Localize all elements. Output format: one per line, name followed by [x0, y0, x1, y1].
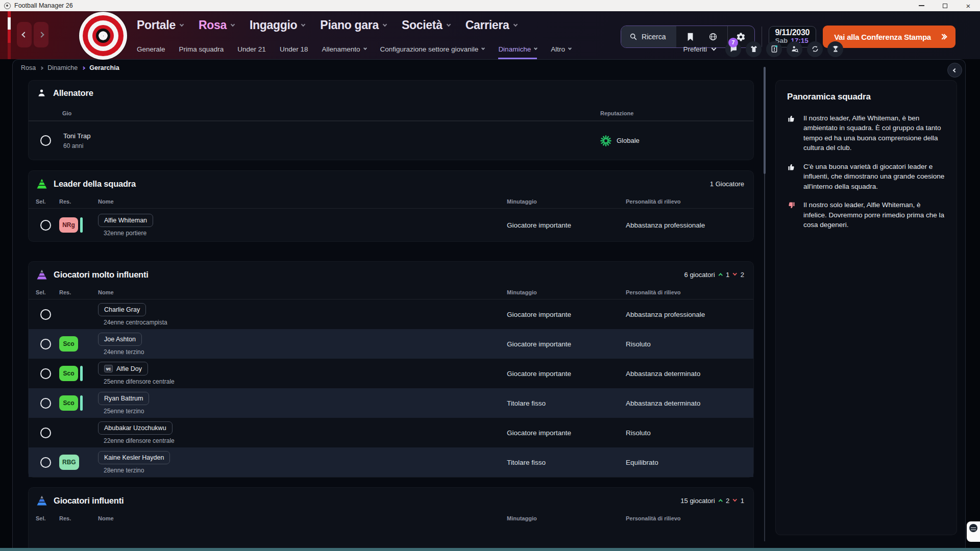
app-icon	[4, 3, 11, 9]
promoted-count: 1	[726, 271, 729, 279]
chevron-down-icon	[383, 22, 387, 27]
breadcrumb-dinamiche[interactable]: Dinamiche	[47, 64, 78, 71]
table-row[interactable]: Abubakar Uzochukwu 22enne difensore cent…	[29, 418, 753, 447]
competitions-button[interactable]	[827, 41, 843, 57]
personality-value: Abbastanza professionale	[626, 311, 748, 318]
transfer-status-badge: RBG	[59, 455, 79, 470]
sync-button[interactable]	[807, 41, 823, 57]
section-count: 6 giocatori	[684, 271, 715, 279]
personality-value: Abbastanza professionale	[626, 221, 748, 229]
player-name-chip[interactable]: Alfie Whiteman	[98, 214, 153, 227]
table-row[interactable]: Charlie Gray 24enne centrocampista Gioca…	[29, 299, 753, 329]
player-age-position: 24enne centrocampista	[98, 319, 507, 326]
table-row[interactable]: Sco Joe Ashton 24enne terzino Giocatore …	[29, 329, 753, 359]
chevron-down-icon	[231, 22, 235, 27]
minutes-value: Giocatore importante	[507, 340, 626, 348]
demoted-count: 1	[741, 497, 744, 505]
player-name-chip[interactable]: Kaine Kesler Hayden	[98, 451, 170, 464]
notification-badge: 7	[728, 38, 738, 47]
chevron-down-icon	[568, 46, 572, 50]
table-row[interactable]: Toni Trap 60 anni Globale	[29, 121, 753, 160]
favourites-dropdown[interactable]: Preferiti	[683, 45, 716, 53]
transfer-status-badge: Sco	[59, 366, 78, 381]
personality-value: Risoluto	[626, 340, 748, 348]
menu-rosa[interactable]: Rosa	[199, 18, 234, 32]
column-header-nome: Nome	[98, 515, 507, 521]
section-title: Leader della squadra	[54, 179, 136, 189]
breadcrumb-rosa[interactable]: Rosa	[21, 64, 36, 71]
subnav-allenamento[interactable]: Allenamento	[322, 39, 366, 59]
menu-piano-gara[interactable]: Piano gara	[320, 18, 386, 32]
table-row[interactable]: NRg Alfie Whiteman 32enne portiere Gioca…	[29, 209, 753, 241]
select-radio[interactable]	[40, 135, 51, 146]
thumb-down-icon	[787, 201, 796, 210]
menu-carriera[interactable]: Carriera	[465, 18, 517, 32]
status-bar	[80, 366, 83, 381]
alerts-button[interactable]	[766, 41, 782, 57]
menu-societa[interactable]: Società	[402, 18, 450, 32]
subnav-dinamiche[interactable]: Dinamiche	[498, 39, 537, 59]
content-area: Rosa Dinamiche Gerarchia Allenatore Gio …	[12, 59, 966, 548]
select-radio[interactable]	[40, 220, 51, 231]
subnav-configurazione-settore-giovanile[interactable]: Configurazione settore giovanile	[380, 39, 485, 59]
club-logo[interactable]	[79, 12, 127, 60]
chevron-right-icon	[82, 66, 85, 69]
section-count: 15 giocatori	[680, 497, 715, 505]
column-header-minutaggio: Minutaggio	[507, 198, 626, 205]
overview-text: Il nostro solo leader, Alfie Whiteman, è…	[803, 200, 945, 230]
player-age-position: 24enne terzino	[98, 348, 507, 356]
player-name-chip[interactable]: Joe Ashton	[98, 333, 142, 346]
transfer-status-badge: Sco	[59, 336, 78, 352]
column-header-minutaggio: Minutaggio	[507, 289, 626, 295]
select-radio[interactable]	[40, 457, 51, 468]
thumb-up-icon	[787, 114, 796, 123]
squad-kit-button[interactable]	[746, 41, 762, 57]
table-row[interactable]: Sco vc Alfie Doy 25enne difensore centra…	[29, 359, 753, 388]
inbox-button[interactable]: 7	[725, 41, 741, 57]
subnav-under-21[interactable]: Under 21	[237, 39, 266, 59]
select-radio[interactable]	[40, 428, 51, 438]
chevron-right-icon	[40, 66, 43, 69]
table-row[interactable]: RBG Kaine Kesler Hayden 28enne terzino T…	[29, 447, 753, 477]
subnav-under-18[interactable]: Under 18	[280, 39, 308, 59]
window-titlebar: Football Manager 26 ×	[0, 0, 980, 11]
menu-portale[interactable]: Portale	[137, 18, 183, 32]
select-radio[interactable]	[40, 309, 51, 320]
subnav-generale[interactable]: Generale	[137, 39, 165, 59]
select-radio[interactable]	[40, 339, 51, 349]
influential-section: Giocatori influenti 15 giocatori 2 1 Sel…	[28, 487, 754, 548]
player-name-chip[interactable]: Abubakar Uzochukwu	[98, 421, 173, 435]
overview-item: Il nostro leader, Alfie Whiteman, è ben …	[787, 113, 945, 153]
minimize-button[interactable]	[910, 0, 933, 11]
transfer-status-badge: NRg	[59, 217, 78, 233]
coach-person-icon	[37, 88, 46, 98]
player-name-chip[interactable]: Charlie Gray	[98, 303, 146, 316]
subnav-prima-squadra[interactable]: Prima squadra	[179, 39, 224, 59]
subnav-altro[interactable]: Altro	[551, 39, 571, 59]
section-title: Allenatore	[53, 88, 93, 98]
select-radio[interactable]	[40, 398, 51, 409]
personality-value: Abbastanza determinato	[626, 399, 748, 407]
remote-support-chat-icon[interactable]	[967, 521, 980, 542]
minutes-value: Titolare fisso	[507, 459, 626, 466]
maximize-button[interactable]	[933, 0, 957, 11]
collapse-panel-button[interactable]	[947, 63, 962, 78]
alert-card-icon	[770, 45, 778, 53]
close-button[interactable]: ×	[957, 0, 980, 11]
scouting-button[interactable]	[787, 41, 802, 57]
highly-influential-section: Giocatori molto influenti 6 giocatori 1 …	[28, 261, 754, 478]
player-name-chip[interactable]: vc Alfie Doy	[98, 362, 148, 375]
arrow-up-icon	[718, 273, 722, 278]
chevron-down-icon	[481, 46, 485, 50]
player-name-chip[interactable]: Ryan Battrum	[98, 392, 149, 405]
coach-name[interactable]: Toni Trap	[62, 132, 600, 140]
minutes-value: Giocatore importante	[507, 221, 626, 229]
coach-age: 60 anni	[62, 142, 600, 149]
menu-ingaggio[interactable]: Ingaggio	[250, 18, 305, 32]
table-row[interactable]: Sco Ryan Battrum 25enne terzino Titolare…	[29, 388, 753, 418]
scrollbar[interactable]	[764, 67, 765, 541]
chevron-down-icon	[534, 46, 537, 50]
overview-item: C'è una buona varietà di giocatori leade…	[787, 162, 945, 191]
select-radio[interactable]	[40, 368, 51, 379]
team-leaders-section: Leader della squadra 1 Giocatore Sel. Re…	[28, 170, 754, 242]
